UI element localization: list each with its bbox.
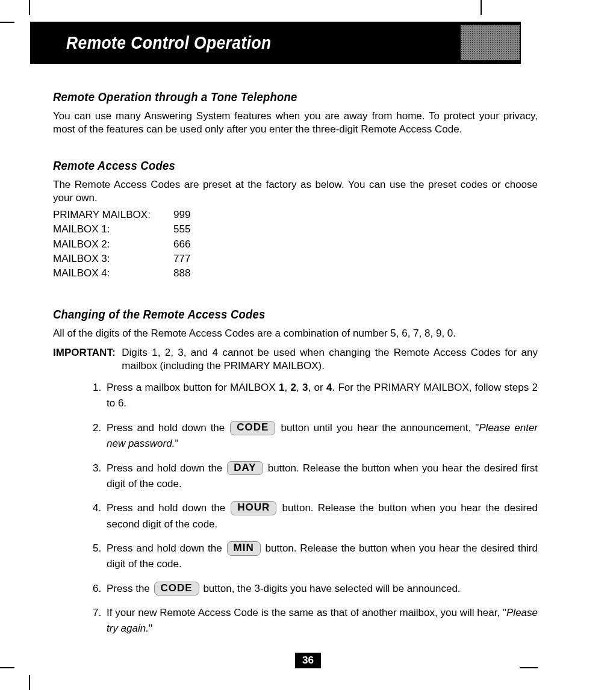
- list-item: If your new Remote Access Code is the sa…: [104, 605, 538, 637]
- list-item: Press and hold down the CODE button unti…: [104, 420, 538, 452]
- min-button: MIN: [227, 541, 261, 556]
- step-text: Press the: [107, 583, 153, 594]
- page-title: Remote Control Operation: [66, 33, 272, 53]
- code-value: 999: [173, 208, 190, 222]
- step-text: ": [175, 438, 178, 449]
- step-text: button until you hear the announcement, …: [276, 422, 479, 434]
- list-item: Press the CODE button, the 3-digits you …: [104, 581, 538, 597]
- page-number-value: 36: [295, 653, 321, 668]
- important-note: IMPORTANT: Digits 1, 2, 3, and 4 cannot …: [53, 346, 538, 373]
- section-text: You can use many Answering System featur…: [53, 110, 538, 136]
- bold: 4: [326, 382, 332, 393]
- step-text: ": [149, 623, 152, 634]
- code-value: 888: [173, 267, 190, 280]
- step-text: ,: [296, 382, 302, 393]
- step-text: If your new Remote Access Code is the sa…: [107, 607, 506, 618]
- table-row: MAILBOX 4: 888: [53, 267, 538, 280]
- codes-table: PRIMARY MAILBOX: 999 MAILBOX 1: 555 MAIL…: [53, 208, 538, 279]
- code-value: 777: [173, 252, 190, 266]
- section-text: All of the digits of the Remote Access C…: [53, 327, 538, 340]
- bold: 2: [290, 382, 296, 393]
- code-label: MAILBOX 2:: [53, 238, 173, 251]
- step-text: , or: [308, 382, 326, 393]
- list-item: Press and hold down the DAY button. Rele…: [104, 461, 538, 493]
- section-heading: Remote Operation through a Tone Telephon…: [53, 89, 499, 105]
- section-heading: Changing of the Remote Access Codes: [53, 306, 499, 322]
- list-item: Press and hold down the MIN button. Rele…: [104, 541, 538, 573]
- step-text: Press a mailbox button for MAILBOX: [107, 382, 279, 393]
- step-text: Press and hold down the: [107, 502, 229, 514]
- step-text: Press and hold down the: [107, 422, 229, 434]
- crop-mark: [0, 667, 14, 668]
- important-text: Digits 1, 2, 3, and 4 cannot be used whe…: [122, 346, 538, 373]
- step-text: Press and hold down the: [107, 542, 226, 554]
- code-label: MAILBOX 3:: [53, 252, 173, 266]
- section-text: The Remote Access Codes are preset at th…: [53, 178, 538, 205]
- table-row: MAILBOX 2: 666: [53, 238, 538, 251]
- crop-mark: [0, 22, 14, 23]
- code-label: PRIMARY MAILBOX:: [53, 208, 173, 222]
- section-heading: Remote Access Codes: [53, 158, 499, 173]
- code-value: 666: [173, 238, 190, 251]
- table-row: MAILBOX 1: 555: [53, 223, 538, 236]
- code-label: MAILBOX 4:: [53, 267, 173, 280]
- page: Remote Control Operation Remote Operatio…: [30, 0, 586, 690]
- content: Remote Operation through a Tone Telephon…: [53, 89, 538, 645]
- header-texture: [461, 25, 520, 60]
- steps-list: Press a mailbox button for MAILBOX 1, 2,…: [53, 380, 538, 636]
- step-text: ,: [284, 382, 290, 393]
- table-row: MAILBOX 3: 777: [53, 252, 538, 266]
- table-row: PRIMARY MAILBOX: 999: [53, 208, 538, 222]
- step-text: Press and hold down the: [107, 462, 226, 474]
- list-item: Press a mailbox button for MAILBOX 1, 2,…: [104, 380, 538, 412]
- hour-button: HOUR: [231, 501, 276, 515]
- code-label: MAILBOX 1:: [53, 223, 173, 236]
- header-bar: Remote Control Operation: [30, 22, 521, 64]
- day-button: DAY: [227, 461, 263, 476]
- important-label: IMPORTANT:: [53, 346, 122, 373]
- page-number: 36: [30, 653, 586, 668]
- code-value: 555: [173, 223, 190, 236]
- code-button: CODE: [154, 582, 199, 596]
- step-text: button, the 3-digits you have selected w…: [201, 583, 461, 594]
- list-item: Press and hold down the HOUR button. Rel…: [104, 500, 538, 532]
- code-button: CODE: [230, 421, 275, 435]
